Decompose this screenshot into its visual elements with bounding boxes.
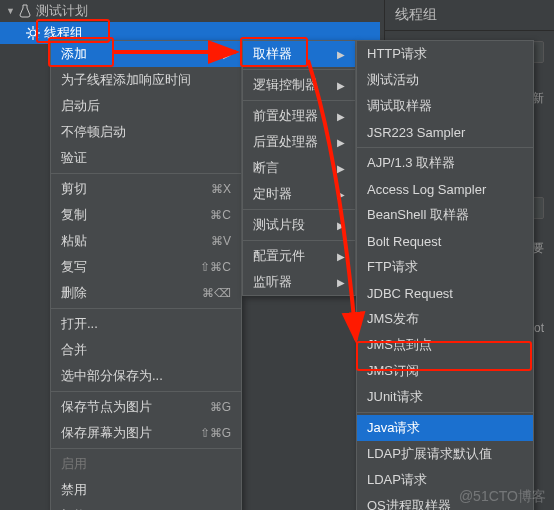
sampler-item[interactable]: 调试取样器 xyxy=(357,93,533,119)
chevron-right-icon: ▶ xyxy=(337,137,345,148)
submenu-add: 取样器▶ 逻辑控制器▶ 前置处理器▶ 后置处理器▶ 断言▶ 定时器▶ 测试片段▶… xyxy=(242,40,356,296)
menu-item-assertion[interactable]: 断言▶ xyxy=(243,155,355,181)
menu-separator xyxy=(243,100,355,101)
sampler-item[interactable]: Bolt Request xyxy=(357,228,533,254)
menu-item-config-element[interactable]: 配置元件▶ xyxy=(243,243,355,269)
menu-separator xyxy=(357,412,533,413)
tree-root-label: 测试计划 xyxy=(36,2,88,20)
menu-separator xyxy=(243,209,355,210)
sampler-item[interactable]: Access Log Sampler xyxy=(357,176,533,202)
svg-line-6 xyxy=(36,36,38,38)
sampler-item[interactable]: AJP/1.3 取样器 xyxy=(357,150,533,176)
panel-title: 线程组 xyxy=(385,0,554,31)
watermark: @51CTO博客 xyxy=(459,488,546,506)
sampler-item[interactable]: JMS订阅 xyxy=(357,358,533,384)
menu-item-save-selection[interactable]: 选中部分保存为... xyxy=(51,363,241,389)
menu-item-merge[interactable]: 合并 xyxy=(51,337,241,363)
svg-line-7 xyxy=(36,28,38,30)
chevron-right-icon: ▶ xyxy=(337,80,345,91)
menu-separator xyxy=(243,69,355,70)
sampler-item[interactable]: LDAP扩展请求默认值 xyxy=(357,441,533,467)
menu-separator xyxy=(51,173,241,174)
sampler-item[interactable]: 测试活动 xyxy=(357,67,533,93)
menu-item-sampler[interactable]: 取样器▶ xyxy=(243,41,355,67)
sampler-item[interactable]: Java请求 xyxy=(357,415,533,441)
menu-item-enable[interactable]: 启用 xyxy=(51,451,241,477)
menu-item-logic-controller[interactable]: 逻辑控制器▶ xyxy=(243,72,355,98)
chevron-right-icon: ▶ xyxy=(337,277,345,288)
context-menu: 添加 ▶ 为子线程添加响应时间 启动后 不停顿启动 验证 剪切⌘X 复制⌘C 粘… xyxy=(50,40,242,510)
menu-item-listener[interactable]: 监听器▶ xyxy=(243,269,355,295)
menu-separator xyxy=(357,147,533,148)
menu-item-pre-processor[interactable]: 前置处理器▶ xyxy=(243,103,355,129)
menu-item-add-think-time[interactable]: 为子线程添加响应时间 xyxy=(51,67,241,93)
menu-separator xyxy=(51,308,241,309)
submenu-sampler: HTTP请求测试活动调试取样器JSR223 SamplerAJP/1.3 取样器… xyxy=(356,40,534,510)
test-plan-tree: ▼ 测试计划 线程组 xyxy=(0,0,380,44)
menu-item-delete[interactable]: 删除⌘⌫ xyxy=(51,280,241,306)
svg-line-8 xyxy=(28,36,30,38)
menu-item-save-screen-img[interactable]: 保存屏幕为图片⇧⌘G xyxy=(51,420,241,446)
menu-item-toggle[interactable]: 切换⌘T xyxy=(51,503,241,510)
menu-separator xyxy=(51,448,241,449)
menu-item-start[interactable]: 启动后 xyxy=(51,93,241,119)
chevron-right-icon: ▶ xyxy=(337,49,345,60)
chevron-right-icon: ▶ xyxy=(337,111,345,122)
chevron-right-icon: ▶ xyxy=(337,220,345,231)
chevron-right-icon: ▶ xyxy=(337,189,345,200)
menu-separator xyxy=(51,391,241,392)
chevron-right-icon: ▶ xyxy=(337,251,345,262)
menu-item-duplicate[interactable]: 复写⇧⌘C xyxy=(51,254,241,280)
sampler-item[interactable]: JMS发布 xyxy=(357,306,533,332)
flask-icon xyxy=(16,4,34,18)
menu-item-disable[interactable]: 禁用 xyxy=(51,477,241,503)
sampler-item[interactable]: HTTP请求 xyxy=(357,41,533,67)
svg-line-5 xyxy=(28,28,30,30)
sampler-item[interactable]: JMS点到点 xyxy=(357,332,533,358)
sampler-item[interactable]: BeanShell 取样器 xyxy=(357,202,533,228)
menu-item-paste[interactable]: 粘贴⌘V xyxy=(51,228,241,254)
sampler-item[interactable]: JSR223 Sampler xyxy=(357,119,533,145)
menu-item-verify[interactable]: 验证 xyxy=(51,145,241,171)
menu-item-test-fragment[interactable]: 测试片段▶ xyxy=(243,212,355,238)
gear-icon xyxy=(24,26,42,40)
chevron-right-icon: ▶ xyxy=(337,163,345,174)
menu-item-nonstop-start[interactable]: 不停顿启动 xyxy=(51,119,241,145)
menu-item-post-processor[interactable]: 后置处理器▶ xyxy=(243,129,355,155)
chevron-right-icon: ▶ xyxy=(223,49,231,60)
menu-item-cut[interactable]: 剪切⌘X xyxy=(51,176,241,202)
menu-separator xyxy=(243,240,355,241)
tree-root[interactable]: ▼ 测试计划 xyxy=(0,0,380,22)
menu-item-timer[interactable]: 定时器▶ xyxy=(243,181,355,207)
menu-item-add[interactable]: 添加 ▶ xyxy=(51,41,241,67)
menu-item-open[interactable]: 打开... xyxy=(51,311,241,337)
menu-item-save-node-img[interactable]: 保存节点为图片⌘G xyxy=(51,394,241,420)
svg-point-0 xyxy=(30,30,36,36)
sampler-item[interactable]: FTP请求 xyxy=(357,254,533,280)
menu-item-copy[interactable]: 复制⌘C xyxy=(51,202,241,228)
sampler-item[interactable]: JDBC Request xyxy=(357,280,533,306)
sampler-item[interactable]: JUnit请求 xyxy=(357,384,533,410)
tree-collapse-icon[interactable]: ▼ xyxy=(6,6,16,16)
